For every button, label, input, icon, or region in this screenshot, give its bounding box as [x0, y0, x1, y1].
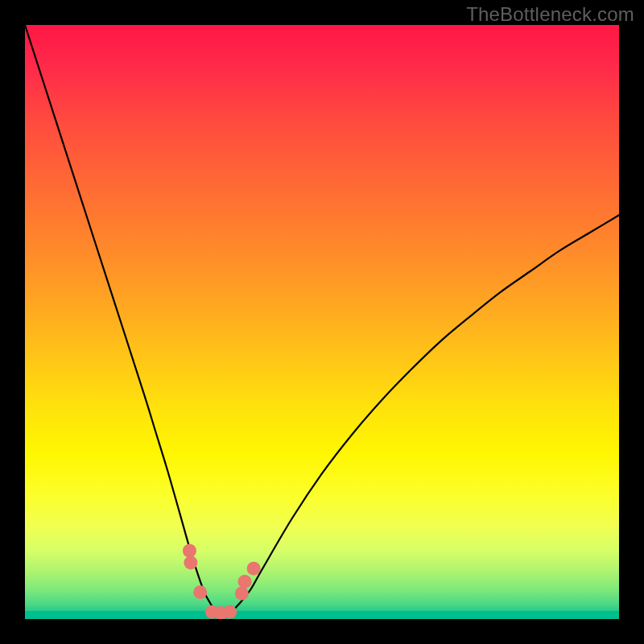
curve-marker: [193, 585, 207, 599]
curve-marker: [223, 605, 237, 619]
curve-marker: [183, 544, 196, 558]
curve-marker: [247, 562, 261, 576]
chart-frame: TheBottleneck.com: [0, 0, 644, 644]
curve-marker: [184, 555, 197, 569]
watermark-text: TheBottleneck.com: [466, 3, 634, 26]
curve-marker: [238, 575, 252, 588]
curve-marker: [235, 587, 249, 601]
marker-group: [183, 544, 261, 619]
bottleneck-curve: [25, 25, 619, 613]
plot-area: [25, 25, 619, 619]
curve-layer: [25, 25, 619, 619]
